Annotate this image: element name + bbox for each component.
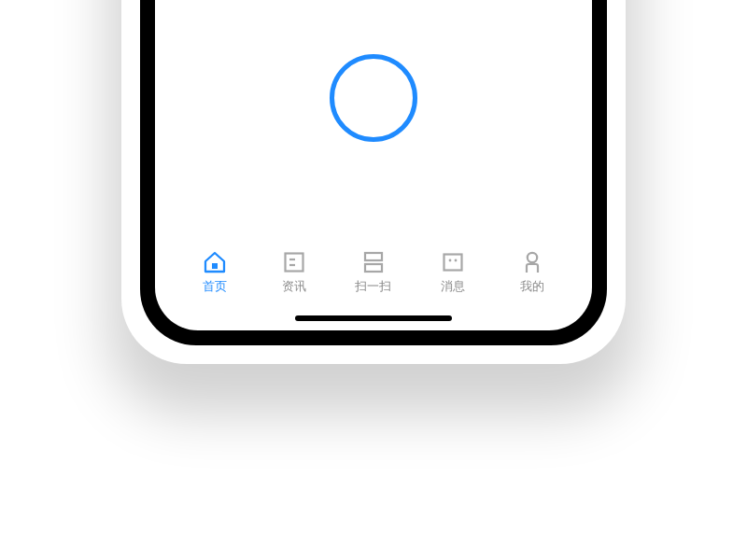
svg-point-9 bbox=[527, 253, 536, 262]
svg-rect-6 bbox=[444, 255, 461, 271]
scan-icon bbox=[361, 250, 386, 274]
svg-rect-0 bbox=[212, 263, 218, 269]
mine-icon bbox=[520, 250, 544, 274]
tab-scan[interactable]: 扫一扫 bbox=[334, 250, 414, 293]
content-area bbox=[155, 0, 592, 241]
tab-label: 扫一扫 bbox=[355, 281, 391, 293]
phone-frame: 首页 资讯 bbox=[140, 0, 607, 345]
news-icon bbox=[282, 250, 306, 274]
home-icon bbox=[203, 250, 227, 274]
message-icon bbox=[441, 250, 465, 274]
tab-news[interactable]: 资讯 bbox=[255, 250, 334, 293]
loading-spinner bbox=[330, 54, 417, 142]
tab-message[interactable]: 消息 bbox=[413, 250, 492, 293]
phone-screen: 首页 资讯 bbox=[155, 0, 592, 330]
tab-label: 首页 bbox=[203, 281, 227, 293]
svg-point-7 bbox=[448, 259, 451, 262]
tab-home[interactable]: 首页 bbox=[176, 250, 255, 293]
tab-label: 我的 bbox=[520, 281, 544, 293]
tab-label: 消息 bbox=[441, 281, 465, 293]
svg-rect-1 bbox=[286, 254, 303, 272]
home-indicator bbox=[295, 315, 452, 321]
tab-mine[interactable]: 我的 bbox=[492, 250, 571, 293]
svg-rect-5 bbox=[365, 264, 382, 272]
svg-rect-4 bbox=[365, 253, 382, 260]
tab-label: 资讯 bbox=[282, 281, 306, 293]
svg-point-8 bbox=[454, 259, 457, 262]
